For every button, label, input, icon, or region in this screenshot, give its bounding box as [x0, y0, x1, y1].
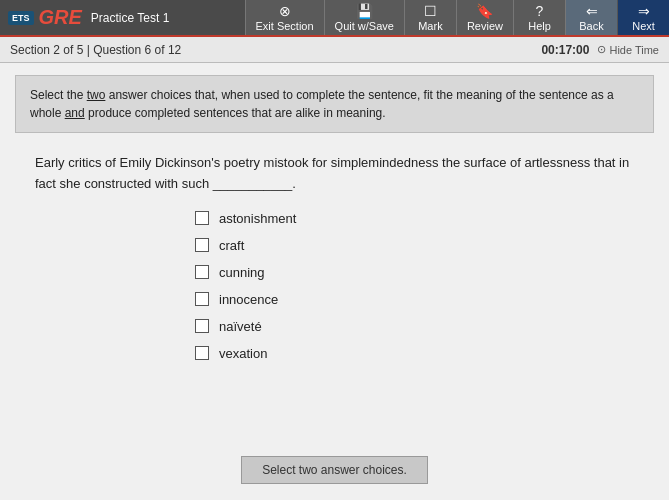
choice-checkbox-e[interactable]: [195, 319, 209, 333]
section-bar: Section 2 of 5 | Question 6 of 12 00:17:…: [0, 35, 669, 63]
answer-choice-d[interactable]: innocence: [195, 292, 654, 307]
review-label: Review: [467, 20, 503, 32]
clock-icon: ⊙: [597, 43, 606, 56]
instruction-box: Select the two answer choices that, when…: [15, 75, 654, 133]
choice-label-b: craft: [219, 238, 244, 253]
instruction-text-end: produce completed sentences that are ali…: [85, 106, 386, 120]
next-icon: ⇒: [638, 4, 650, 18]
choice-label-c: cunning: [219, 265, 265, 280]
mark-icon: ☐: [424, 4, 437, 18]
ets-logo: ETS: [8, 11, 34, 25]
answer-choice-e[interactable]: naïveté: [195, 319, 654, 334]
answer-choice-f[interactable]: vexation: [195, 346, 654, 361]
review-button[interactable]: 🔖 Review: [456, 0, 513, 35]
practice-test-label: Practice Test 1: [91, 11, 169, 25]
next-button[interactable]: ⇒ Next: [617, 0, 669, 35]
timer-area: 00:17:00 ⊙ Hide Time: [541, 43, 659, 57]
back-label: Back: [579, 20, 603, 32]
choice-checkbox-d[interactable]: [195, 292, 209, 306]
answer-choice-b[interactable]: craft: [195, 238, 654, 253]
select-two-button[interactable]: Select two answer choices.: [241, 456, 428, 484]
hide-time-button[interactable]: ⊙ Hide Time: [597, 43, 659, 56]
hide-time-label: Hide Time: [609, 44, 659, 56]
main-content: Select the two answer choices that, when…: [0, 63, 669, 500]
nav-buttons: ⊗ Exit Section 💾 Quit w/Save ☐ Mark 🔖 Re…: [245, 0, 669, 35]
gre-logo: GRE: [39, 6, 82, 29]
choice-label-d: innocence: [219, 292, 278, 307]
help-button[interactable]: ? Help: [513, 0, 565, 35]
choice-checkbox-b[interactable]: [195, 238, 209, 252]
mark-label: Mark: [418, 20, 442, 32]
section-info: Section 2 of 5 | Question 6 of 12: [10, 43, 181, 57]
choice-label-e: naïveté: [219, 319, 262, 334]
timer-display: 00:17:00: [541, 43, 589, 57]
quit-save-button[interactable]: 💾 Quit w/Save: [324, 0, 404, 35]
next-label: Next: [632, 20, 655, 32]
choice-label-f: vexation: [219, 346, 267, 361]
exit-section-button[interactable]: ⊗ Exit Section: [245, 0, 324, 35]
instruction-and-underline: and: [65, 106, 85, 120]
answer-choice-c[interactable]: cunning: [195, 265, 654, 280]
quit-icon: 💾: [356, 4, 373, 18]
question-text: Early critics of Emily Dickinson's poetr…: [35, 153, 634, 195]
instruction-text-before: Select the: [30, 88, 87, 102]
exit-section-label: Exit Section: [256, 20, 314, 32]
top-navigation-bar: ETS GRE Practice Test 1 ⊗ Exit Section 💾…: [0, 0, 669, 35]
choice-label-a: astonishment: [219, 211, 296, 226]
help-icon: ?: [536, 4, 544, 18]
logo-area: ETS GRE Practice Test 1: [0, 0, 177, 35]
bottom-area: Select two answer choices.: [15, 448, 654, 488]
answer-choice-a[interactable]: astonishment: [195, 211, 654, 226]
choice-checkbox-c[interactable]: [195, 265, 209, 279]
review-icon: 🔖: [476, 4, 493, 18]
instruction-two-underline: two: [87, 88, 106, 102]
quit-save-label: Quit w/Save: [335, 20, 394, 32]
help-label: Help: [528, 20, 551, 32]
back-button[interactable]: ⇐ Back: [565, 0, 617, 35]
answer-choices: astonishmentcraftcunninginnocencenaïveté…: [195, 211, 654, 448]
choice-checkbox-a[interactable]: [195, 211, 209, 225]
choice-checkbox-f[interactable]: [195, 346, 209, 360]
exit-icon: ⊗: [279, 4, 291, 18]
mark-button[interactable]: ☐ Mark: [404, 0, 456, 35]
back-icon: ⇐: [586, 4, 598, 18]
